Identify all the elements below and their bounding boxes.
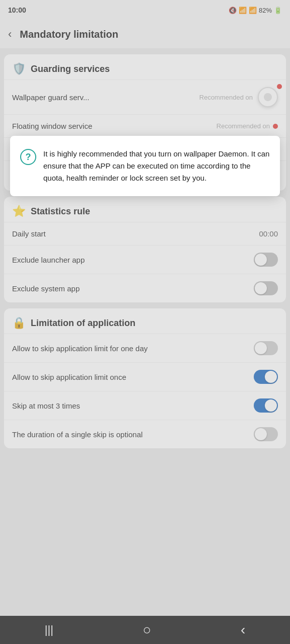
info-dialog: ? It is highly recommended that you turn… [10,136,280,196]
dialog-help-icon: ? [20,149,36,165]
dialog-overlay [0,0,290,644]
dialog-message: It is highly recommended that you turn o… [43,148,270,184]
